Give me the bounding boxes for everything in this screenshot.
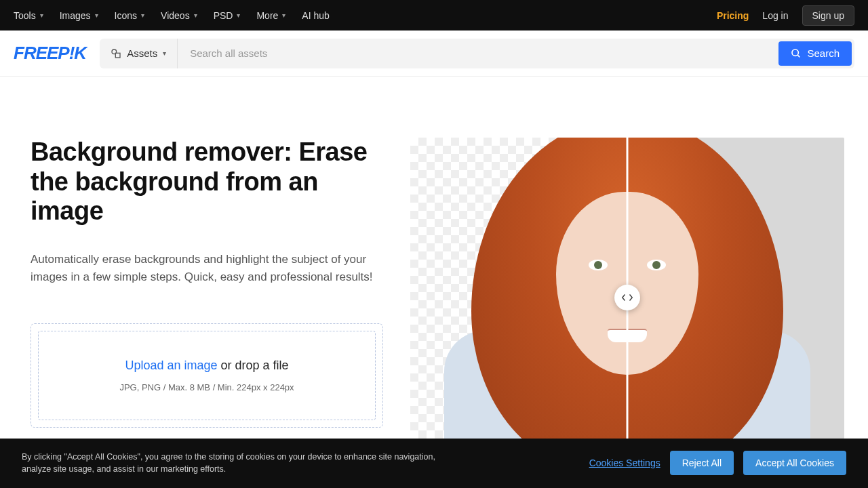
chevron-down-icon: ▾ bbox=[141, 12, 144, 19]
comparison-preview bbox=[410, 138, 844, 439]
chevron-down-icon: ▾ bbox=[194, 12, 197, 19]
page-description: Automatically erase backgrounds and high… bbox=[31, 251, 383, 287]
nav-videos[interactable]: Videos▾ bbox=[161, 10, 197, 21]
cookie-banner: By clicking "Accept All Cookies", you ag… bbox=[0, 439, 868, 489]
chevron-down-icon: ▾ bbox=[237, 12, 240, 19]
upload-dropzone[interactable]: Upload an image or drop a file JPG, PNG … bbox=[31, 323, 383, 428]
nav-tools[interactable]: Tools▾ bbox=[14, 10, 43, 21]
upload-hint: JPG, PNG / Max. 8 MB / Min. 224px x 224p… bbox=[52, 382, 361, 392]
assets-dropdown[interactable]: Assets ▾ bbox=[100, 39, 178, 68]
nav-more[interactable]: More▾ bbox=[256, 10, 285, 21]
login-link[interactable]: Log in bbox=[762, 10, 788, 21]
search-box: Assets ▾ Search bbox=[100, 39, 854, 68]
accept-all-button[interactable]: Accept All Cookies bbox=[743, 451, 846, 475]
comparison-slider-handle[interactable] bbox=[614, 285, 640, 310]
brand-logo[interactable]: FREEP!K bbox=[14, 43, 86, 64]
signup-button[interactable]: Sign up bbox=[802, 5, 854, 26]
pricing-link[interactable]: Pricing bbox=[717, 10, 749, 21]
assets-dropdown-label: Assets bbox=[127, 47, 157, 59]
nav-icons[interactable]: Icons▾ bbox=[115, 10, 144, 21]
search-button[interactable]: Search bbox=[778, 41, 852, 66]
chevron-down-icon: ▾ bbox=[40, 12, 43, 19]
top-nav: Tools▾ Images▾ Icons▾ Videos▾ PSD▾ More▾… bbox=[14, 10, 330, 21]
chevron-right-icon bbox=[628, 293, 633, 302]
svg-point-2 bbox=[792, 49, 798, 56]
nav-aihub[interactable]: AI hub bbox=[302, 10, 329, 21]
page-title: Background remover: Erase the background… bbox=[31, 138, 383, 226]
cookie-settings-link[interactable]: Cookies Settings bbox=[589, 458, 660, 468]
chevron-down-icon: ▾ bbox=[95, 12, 98, 19]
search-input[interactable] bbox=[178, 47, 778, 59]
chevron-down-icon: ▾ bbox=[282, 12, 285, 19]
cookie-text: By clicking "Accept All Cookies", you ag… bbox=[22, 451, 456, 476]
upload-rest-text: or drop a file bbox=[218, 359, 289, 372]
search-icon bbox=[791, 48, 802, 59]
chevron-down-icon: ▾ bbox=[163, 49, 166, 57]
svg-line-3 bbox=[797, 55, 800, 57]
upload-link[interactable]: Upload an image bbox=[125, 359, 217, 372]
chevron-left-icon bbox=[621, 293, 627, 302]
reject-all-button[interactable]: Reject All bbox=[670, 451, 734, 475]
nav-psd[interactable]: PSD▾ bbox=[214, 10, 241, 21]
nav-images[interactable]: Images▾ bbox=[60, 10, 98, 21]
svg-rect-1 bbox=[115, 53, 120, 58]
shapes-icon bbox=[111, 48, 121, 59]
